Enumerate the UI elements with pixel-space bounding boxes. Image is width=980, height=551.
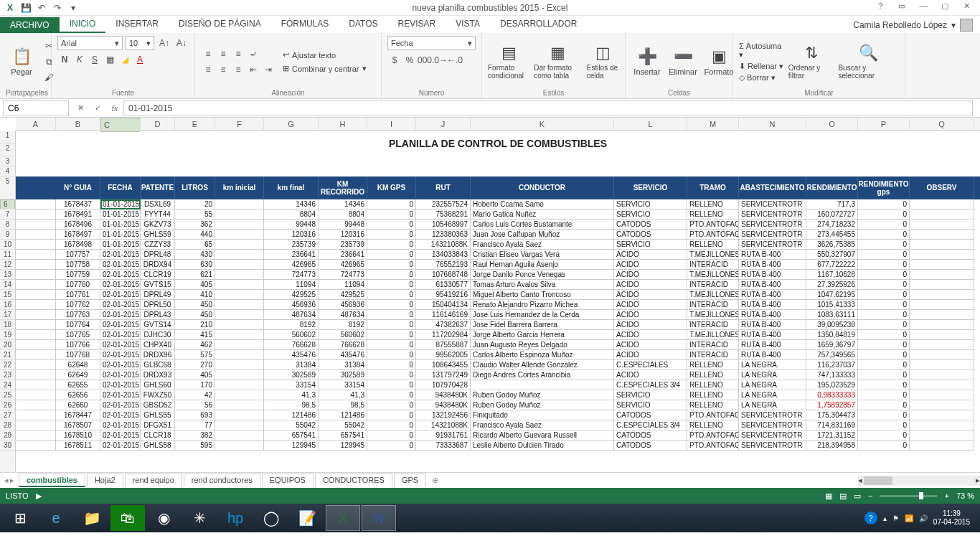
sheet-tab[interactable]: rend equipo bbox=[125, 474, 182, 487]
align-bottom-icon[interactable]: ≡ bbox=[231, 47, 245, 61]
row-header[interactable]: 1 bbox=[0, 131, 15, 143]
row-header[interactable]: 16 bbox=[0, 300, 15, 310]
notes-icon[interactable]: 📝 bbox=[290, 505, 324, 531]
sort-filter-button[interactable]: ⇅Ordenar y filtrar bbox=[788, 44, 834, 80]
close-button[interactable]: ✕ bbox=[957, 1, 976, 14]
formula-bar[interactable]: 01-01-2015 bbox=[123, 100, 973, 116]
ribbon-tab[interactable]: INICIO bbox=[60, 16, 106, 33]
bold-button[interactable]: N bbox=[57, 52, 72, 67]
tray-flag-icon[interactable]: ⚑ bbox=[892, 514, 899, 522]
row-header[interactable]: 20 bbox=[0, 340, 15, 350]
row-header[interactable]: 12 bbox=[0, 260, 15, 270]
column-header[interactable]: K bbox=[471, 118, 614, 130]
row-header[interactable]: 24 bbox=[0, 380, 15, 390]
merge-center-button[interactable]: ⊞Combinar y centrar▾ bbox=[283, 64, 367, 73]
word-taskbar-icon[interactable]: W bbox=[362, 505, 396, 531]
delete-cells-button[interactable]: ➖Eliminar bbox=[667, 47, 699, 76]
fill-color-button[interactable]: ◢ bbox=[118, 52, 132, 67]
ribbon-tab[interactable]: DATOS bbox=[339, 16, 387, 33]
insert-cells-button[interactable]: ➕Insertar bbox=[631, 47, 663, 76]
table-row[interactable]: 6265502-01-2015GHLS601703315433154010797… bbox=[16, 380, 980, 390]
camera-icon[interactable]: ◉ bbox=[146, 505, 181, 531]
spreadsheet-grid[interactable]: ABCDEFGHIJKLMNOPQ 1234567891011121314151… bbox=[0, 118, 980, 472]
column-header[interactable]: G bbox=[264, 118, 319, 130]
clear-button[interactable]: ◇ Borrar ▾ bbox=[739, 73, 784, 83]
save-icon[interactable]: 💾 bbox=[19, 1, 33, 14]
chrome-icon[interactable]: ◯ bbox=[254, 505, 288, 531]
table-row[interactable]: 10775802-01-2015DRDX94630426965426965076… bbox=[16, 260, 980, 270]
cell-styles-button[interactable]: ◫Estilos de celda bbox=[587, 44, 619, 80]
column-header[interactable]: A bbox=[16, 118, 56, 130]
row-header[interactable]: 18 bbox=[0, 320, 15, 330]
orientation-icon[interactable]: ⤾ bbox=[246, 47, 260, 61]
column-header[interactable]: C bbox=[100, 118, 141, 132]
underline-button[interactable]: S bbox=[88, 52, 102, 67]
decrease-indent-icon[interactable]: ⇤ bbox=[246, 62, 260, 77]
table-row[interactable]: 10776102-01-2015DPRL49410429525429525095… bbox=[16, 290, 980, 300]
table-row[interactable]: 167851002-01-2015CLCR1838265754165754109… bbox=[16, 430, 980, 441]
fx-icon[interactable]: fx bbox=[106, 104, 123, 113]
italic-button[interactable]: K bbox=[72, 52, 87, 67]
column-header[interactable]: D bbox=[141, 118, 175, 130]
tray-network-icon[interactable]: 📶 bbox=[905, 514, 913, 522]
start-button[interactable]: ⊞ bbox=[3, 505, 37, 531]
column-header[interactable]: P bbox=[858, 118, 910, 130]
format-table-button[interactable]: ▦Dar formato como tabla bbox=[534, 44, 583, 80]
increase-decimal-icon[interactable]: .0→ bbox=[433, 53, 447, 67]
decrease-decimal-icon[interactable]: ←.0 bbox=[448, 53, 462, 67]
sheet-nav-last-icon[interactable]: ▸ bbox=[10, 476, 14, 485]
view-normal-icon[interactable]: ▦ bbox=[825, 491, 832, 501]
sheet-tab[interactable]: CONDUCTORES bbox=[315, 474, 392, 487]
table-row[interactable]: 10776402-01-2015GVTS14210819281920473826… bbox=[16, 320, 980, 330]
new-sheet-button[interactable]: ⊕ bbox=[428, 476, 442, 485]
zoom-out-icon[interactable]: − bbox=[868, 491, 872, 500]
paste-button[interactable]: 📋Pegar bbox=[6, 47, 37, 76]
ribbon-tab[interactable]: VISTA bbox=[446, 16, 490, 33]
decrease-font-icon[interactable]: A↓ bbox=[174, 36, 189, 50]
format-cells-button[interactable]: ▣Formato bbox=[703, 47, 735, 76]
border-button[interactable]: ▦ bbox=[103, 52, 117, 67]
ribbon-tab[interactable]: DISEÑO DE PÁGINA bbox=[169, 16, 271, 33]
table-row[interactable]: 167844702-01-2015GHLS5569312148612148601… bbox=[16, 410, 980, 420]
zoom-slider[interactable] bbox=[880, 495, 937, 497]
tray-up-icon[interactable]: ▴ bbox=[883, 514, 887, 522]
row-header[interactable]: 25 bbox=[0, 390, 15, 400]
wrap-text-button[interactable]: ↩Ajustar texto bbox=[283, 50, 367, 60]
sheet-tab[interactable]: Hoja2 bbox=[87, 474, 123, 487]
file-tab[interactable]: ARCHIVO bbox=[0, 17, 60, 33]
table-row[interactable]: 167849801-01-2015CZZY3365235739235739014… bbox=[16, 240, 980, 250]
table-row[interactable]: 10776302-01-2015DPRL43450487634487634011… bbox=[16, 310, 980, 320]
row-header[interactable]: 17 bbox=[0, 310, 15, 320]
table-row[interactable]: 6266002-01-2015GBSD525698,598,509438480K… bbox=[16, 400, 980, 410]
conditional-format-button[interactable]: ▤Formato condicional bbox=[488, 44, 529, 80]
row-header[interactable]: 7 bbox=[0, 209, 15, 220]
help-icon[interactable]: ? bbox=[871, 1, 890, 14]
column-header[interactable]: L bbox=[614, 118, 687, 130]
row-header[interactable]: 21 bbox=[0, 350, 15, 360]
tray-help-icon[interactable]: ? bbox=[864, 512, 877, 524]
comma-icon[interactable]: 000 bbox=[418, 53, 432, 67]
row-header[interactable]: 8 bbox=[0, 220, 15, 230]
ribbon-tab[interactable]: FÓRMULAS bbox=[271, 16, 339, 33]
ribbon-tab[interactable]: REVISAR bbox=[388, 16, 446, 33]
column-header[interactable]: I bbox=[367, 118, 416, 130]
table-row[interactable]: 10776602-01-2015CHPX40462766628766628087… bbox=[16, 340, 980, 350]
number-format-select[interactable]: Fecha▾ bbox=[387, 36, 476, 50]
font-size-select[interactable]: 10▾ bbox=[126, 36, 154, 50]
table-row[interactable]: 10775902-01-2015CLCR19621724773724773010… bbox=[16, 270, 980, 280]
column-header[interactable]: M bbox=[687, 118, 739, 130]
row-header[interactable]: 27 bbox=[0, 410, 15, 420]
horizontal-scrollbar[interactable]: ◂▸ bbox=[858, 476, 980, 486]
row-header[interactable]: 2 bbox=[0, 143, 15, 156]
macro-record-icon[interactable]: ▶ bbox=[36, 491, 42, 501]
font-color-button[interactable]: A bbox=[133, 52, 147, 67]
find-select-button[interactable]: 🔍Buscar y seleccionar bbox=[838, 44, 899, 80]
sheet-tab[interactable]: GPS bbox=[394, 474, 426, 487]
table-row[interactable]: 167851102-01-2015GHLS5859512994512994507… bbox=[16, 441, 980, 451]
enter-formula-icon[interactable]: ✓ bbox=[89, 103, 106, 113]
table-row[interactable]: 6265602-01-2015FWXZ504241,341,309438480K… bbox=[16, 390, 980, 400]
row-header[interactable]: 22 bbox=[0, 360, 15, 370]
table-row[interactable]: 167849701-01-2015GHLS5944012031612031601… bbox=[16, 230, 980, 240]
align-top-icon[interactable]: ≡ bbox=[201, 47, 215, 61]
minimize-button[interactable]: — bbox=[914, 1, 933, 14]
